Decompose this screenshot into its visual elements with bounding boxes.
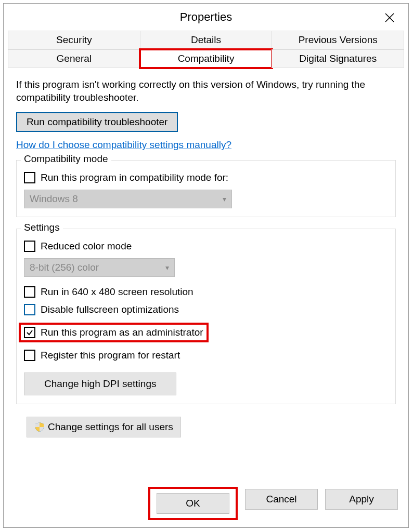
compatibility-mode-group: Compatibility mode Run this program in c… (16, 160, 396, 217)
tab-security[interactable]: Security (8, 31, 140, 49)
dialog-footer: OK Cancel Apply (4, 481, 408, 527)
shield-icon (34, 422, 45, 432)
tab-compatibility[interactable]: Compatibility (140, 49, 273, 68)
register-restart-checkbox[interactable] (24, 350, 35, 361)
help-link[interactable]: How do I choose compatibility settings m… (16, 139, 231, 151)
change-dpi-button[interactable]: Change high DPI settings (24, 373, 176, 395)
intro-text: If this program isn't working correctly … (16, 78, 396, 104)
tab-general[interactable]: General (8, 49, 140, 68)
run-as-admin-row: Run this program as an administrator (21, 325, 206, 340)
tabs: Security Details Previous Versions Gener… (4, 31, 408, 68)
reduced-color-checkbox[interactable] (24, 241, 35, 252)
group-title-settings: Settings (21, 222, 63, 233)
ok-highlight: OK (150, 489, 236, 518)
change-all-users-label: Change settings for all users (48, 421, 173, 433)
apply-button[interactable]: Apply (325, 489, 398, 510)
titlebar: Properties (4, 4, 408, 31)
run-640-checkbox[interactable] (24, 286, 35, 298)
close-button[interactable] (378, 9, 401, 26)
ok-button[interactable]: OK (157, 493, 229, 514)
change-all-users-button[interactable]: Change settings for all users (27, 417, 181, 437)
group-title-compat: Compatibility mode (21, 153, 111, 165)
chevron-down-icon: ▾ (223, 195, 226, 203)
chevron-down-icon: ▾ (165, 263, 169, 272)
cancel-button[interactable]: Cancel (245, 489, 318, 510)
tab-details[interactable]: Details (140, 31, 273, 49)
tab-content: If this program isn't working correctly … (4, 68, 408, 481)
run-640-label: Run in 640 x 480 screen resolution (41, 286, 193, 298)
window-title: Properties (180, 10, 232, 24)
close-icon (384, 12, 395, 23)
color-depth-select: 8-bit (256) color ▾ (24, 258, 175, 277)
settings-group: Settings Reduced color mode 8-bit (256) … (16, 229, 396, 404)
run-troubleshooter-button[interactable]: Run compatibility troubleshooter (16, 112, 178, 132)
compat-mode-label: Run this program in compatibility mode f… (41, 172, 228, 183)
compat-mode-checkbox[interactable] (24, 172, 35, 183)
properties-dialog: Properties Security Details Previous Ver… (3, 3, 409, 528)
compat-mode-select-value: Windows 8 (30, 193, 78, 205)
register-restart-label: Register this program for restart (41, 350, 180, 361)
tab-digital-signatures[interactable]: Digital Signatures (272, 49, 404, 68)
color-depth-select-value: 8-bit (256) color (30, 262, 99, 273)
run-as-admin-label: Run this program as an administrator (41, 327, 203, 338)
disable-fullscreen-checkbox[interactable] (24, 304, 35, 315)
run-as-admin-checkbox[interactable] (24, 327, 35, 338)
disable-fullscreen-label: Disable fullscreen optimizations (41, 304, 179, 315)
reduced-color-label: Reduced color mode (41, 241, 132, 252)
tab-previous-versions[interactable]: Previous Versions (272, 31, 404, 49)
compat-mode-select: Windows 8 ▾ (24, 190, 232, 208)
